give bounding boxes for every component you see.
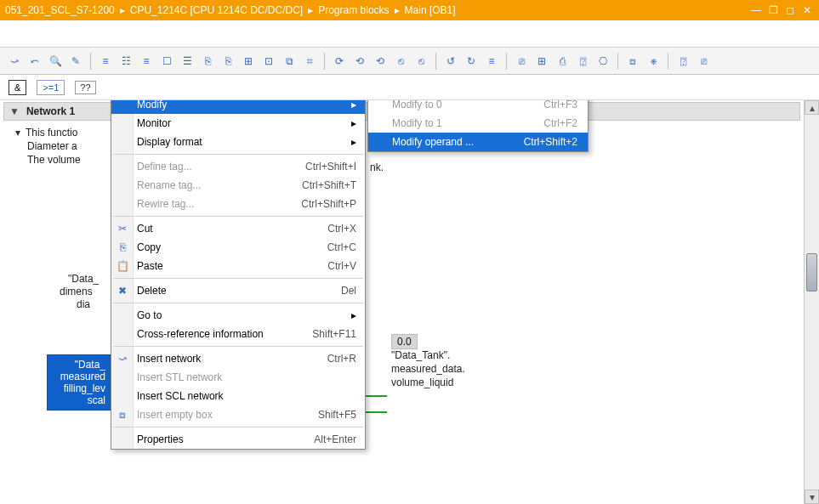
ctx-insnet-hotkey: Ctrl+R (302, 353, 356, 365)
restore-button[interactable]: ❐ (766, 3, 780, 17)
tag-line-3: filling_lev (56, 382, 105, 394)
comment-line-1a: This functio (26, 126, 77, 139)
toolbar-btn-31[interactable]: ⍰ (674, 52, 692, 71)
toolbar-btn-13[interactable]: ⊡ (259, 52, 278, 71)
toolbar-btn-18[interactable]: ⟲ (371, 52, 390, 71)
ctx-paste-label: Paste (137, 260, 295, 272)
crumb-main-ob1[interactable]: Main [OB1] (405, 4, 456, 16)
instruction-palette: & >=1 ?? (0, 75, 819, 100)
submenu-arrow-icon: ▸ (348, 136, 356, 148)
toolbar-btn-19[interactable]: ⎋ (391, 52, 410, 71)
ctx-insert-network[interactable]: ⤻ Insert network Ctrl+R (111, 349, 365, 368)
toolbar-btn-1[interactable]: ⤻ (5, 52, 24, 71)
maximize-button[interactable]: ◻ (783, 3, 797, 17)
ctx-copy[interactable]: ⎘ Copy Ctrl+C (111, 238, 365, 257)
output-text-1: "Data_Tank". (391, 349, 450, 361)
toolbar-btn-4[interactable]: ✎ (66, 52, 85, 71)
ctx-paste[interactable]: 📋 Paste Ctrl+V (111, 257, 365, 275)
toolbar-btn-9[interactable]: ☰ (178, 52, 196, 71)
context-menu[interactable]: Modify ▸ Monitor ▸ Display format ▸ Defi… (111, 100, 366, 450)
toolbar-btn-8[interactable]: ☐ (157, 52, 176, 71)
ctx-properties[interactable]: Properties Alt+Enter (111, 430, 365, 449)
ctx-xref-hotkey: Shift+F11 (287, 328, 356, 340)
toolbar-btn-28[interactable]: ⎔ (594, 52, 612, 71)
toolbar-btn-15[interactable]: ⌗ (300, 52, 319, 71)
tag-dia-label: dia (77, 298, 90, 310)
ctx-sep (113, 278, 363, 279)
comment-collapse-icon[interactable]: ▾ (15, 126, 20, 139)
ctx-goto[interactable]: Go to ▸ (111, 306, 365, 325)
copy-icon: ⎘ (115, 241, 130, 253)
toolbar-btn-26[interactable]: ⎙ (553, 52, 572, 71)
sub-m1-hotkey: Ctrl+F2 (543, 117, 577, 129)
toolbar-btn-5[interactable]: ≡ (96, 52, 115, 71)
ctx-define-tag: Define tag... Ctrl+Shift+I (111, 157, 365, 176)
toolbar-sep (324, 53, 325, 70)
ctx-insempty-hotkey: Shift+F5 (293, 409, 356, 421)
toolbar-sep (617, 53, 618, 70)
sub-m1-label: Modify to 1 (392, 117, 509, 129)
toolbar-btn-14[interactable]: ⧉ (280, 52, 299, 71)
toolbar-btn-25[interactable]: ⊞ (532, 52, 551, 71)
inst-and[interactable]: & (9, 80, 26, 95)
toolbar-btn-11[interactable]: ⎘ (219, 52, 237, 71)
toolbar-btn-22[interactable]: ↻ (462, 52, 481, 71)
toolbar-btn-2[interactable]: ⤺ (26, 52, 44, 71)
ctx-monitor[interactable]: Monitor ▸ (111, 114, 365, 133)
toolbar-btn-7[interactable]: ≡ (137, 52, 156, 71)
toolbar-btn-24[interactable]: ⎚ (512, 52, 531, 71)
ctx-insstl-label: Insert STL network (137, 371, 356, 383)
scroll-thumb[interactable] (806, 253, 817, 292)
titlebar: 051_201_SCL_S7-1200 ▸ CPU_1214C [CPU 121… (0, 0, 819, 20)
toolbar-btn-6[interactable]: ☷ (117, 52, 135, 71)
tag-line-2: measured (56, 371, 105, 382)
toolbar-btn-32[interactable]: ⎚ (694, 52, 713, 71)
crumb-sep: ▸ (308, 4, 313, 16)
toolbar-btn-27[interactable]: ⍰ (573, 52, 592, 71)
ctx-cut[interactable]: ✂ Cut Ctrl+X (111, 219, 365, 238)
toolbar-btn-12[interactable]: ⊞ (239, 52, 258, 71)
crumb-program-blocks[interactable]: Program blocks (318, 4, 389, 16)
toolbar-btn-16[interactable]: ⟳ (330, 52, 349, 71)
ctx-props-hotkey: Alt+Enter (288, 433, 356, 445)
vertical-scrollbar[interactable]: ▴ ▾ (804, 100, 819, 504)
ctx-copy-label: Copy (137, 241, 295, 253)
ctx-display-format[interactable]: Display format ▸ (111, 133, 365, 151)
minimize-button[interactable]: — (749, 3, 763, 17)
toolbar-btn-29[interactable]: ⧈ (623, 52, 642, 71)
toolbar-btn-30[interactable]: ⎈ (644, 52, 663, 71)
empty-box-icon: ⧈ (115, 409, 130, 421)
toolbar-btn-3[interactable]: 🔍 (46, 52, 65, 71)
sub-modify-operand[interactable]: Modify operand ... Ctrl+Shift+2 (368, 133, 588, 151)
ctx-insempty-label: Insert empty box (137, 409, 286, 421)
ctx-insert-scl[interactable]: Insert SCL network (111, 387, 365, 405)
modify-submenu[interactable]: Modify to 0 Ctrl+F3 Modify to 1 Ctrl+F2 … (367, 100, 589, 152)
toolbar-btn-10[interactable]: ⎘ (198, 52, 217, 71)
crumb-cpu[interactable]: CPU_1214C [CPU 1214C DC/DC/DC] (130, 4, 303, 16)
sub-m0-label: Modify to 0 (392, 100, 509, 110)
output-text-2: measured_data. (391, 363, 465, 375)
inst-ge1[interactable]: >=1 (37, 80, 65, 95)
scroll-up-button[interactable]: ▴ (805, 100, 819, 115)
crumb-project[interactable]: 051_201_SCL_S7-1200 (5, 4, 115, 16)
ctx-sep (113, 346, 363, 347)
collapse-icon[interactable]: ▼ (9, 105, 20, 117)
ctx-rewire-tag: Rewire tag... Ctrl+Shift+P (111, 195, 365, 213)
ctx-modify[interactable]: Modify ▸ (111, 100, 365, 114)
spacer-band (0, 20, 819, 48)
editor-canvas[interactable]: ▼ Network 1 ▾This functio Diameter a The… (0, 100, 804, 504)
cut-icon: ✂ (115, 223, 130, 235)
scroll-down-button[interactable]: ▾ (805, 490, 819, 504)
selected-operand-tag[interactable]: "Data_ measured filling_lev scal (47, 354, 115, 411)
comment-fragment: nk. (370, 161, 384, 173)
toolbar-btn-20[interactable]: ⎋ (412, 52, 430, 71)
ctx-insert-empty-box: ⧈ Insert empty box Shift+F5 (111, 405, 365, 424)
ctx-delete[interactable]: ✖ Delete Del (111, 281, 365, 300)
work-area: ▼ Network 1 ▾This functio Diameter a The… (0, 100, 819, 504)
ctx-xref[interactable]: Cross-reference information Shift+F11 (111, 325, 365, 343)
inst-unknown[interactable]: ?? (75, 81, 95, 94)
toolbar-btn-23[interactable]: ≡ (482, 52, 501, 71)
close-button[interactable]: ✕ (800, 3, 814, 17)
toolbar-btn-21[interactable]: ↺ (441, 52, 460, 71)
toolbar-btn-17[interactable]: ⟲ (350, 52, 369, 71)
